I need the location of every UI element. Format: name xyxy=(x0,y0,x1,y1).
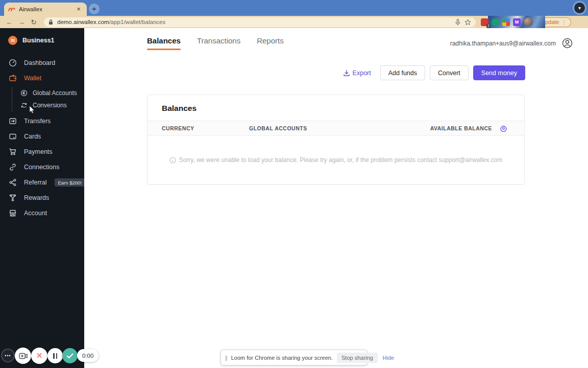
sidebar-item-conversions[interactable]: Conversions xyxy=(12,99,84,111)
business-switcher[interactable]: Business1 xyxy=(0,28,84,55)
screen-share-bar: || Loom for Chrome is sharing your scree… xyxy=(220,350,368,365)
tab-transactions[interactable]: Transactions xyxy=(197,36,240,50)
export-button[interactable]: Export xyxy=(344,70,371,77)
browser-tab-strip: Airwallex × + ▾ xyxy=(0,0,588,16)
recorder-timer: 0:00 xyxy=(77,349,99,362)
tab-reports[interactable]: Reports xyxy=(257,36,284,50)
conversions-icon xyxy=(20,102,28,109)
user-email: radhika.thampan+aus9@airwallex.com xyxy=(450,40,556,47)
column-global-accounts: GLOBAL ACCOUNTS xyxy=(249,125,430,131)
user-area: radhika.thampan+aus9@airwallex.com xyxy=(450,38,573,49)
transfers-icon xyxy=(9,117,17,125)
tab-balances[interactable]: Balances xyxy=(147,36,181,50)
address-bar[interactable]: demo.airwallex.com/app1/wallet/balances xyxy=(44,17,476,27)
gear-icon xyxy=(500,125,507,132)
column-available-balance: AVAILABLE BALANCE xyxy=(430,125,492,131)
microphone-icon[interactable] xyxy=(455,19,460,26)
business-avatar-icon xyxy=(8,36,17,45)
sidebar-item-rewards[interactable]: Rewards xyxy=(0,190,84,205)
sidebar-item-account[interactable]: Account xyxy=(0,205,84,221)
url-path: /app1/wallet/balances xyxy=(109,19,166,25)
account-icon xyxy=(9,209,17,217)
download-icon xyxy=(344,70,350,76)
sidebar-item-wallet[interactable]: Wallet xyxy=(0,71,84,86)
sidebar-item-payments[interactable]: Payments xyxy=(0,144,84,159)
new-tab-button[interactable]: + xyxy=(89,4,100,14)
browser-profile-avatar[interactable] xyxy=(524,17,533,27)
pause-icon xyxy=(53,353,55,359)
extension-red-icon[interactable]: 2 xyxy=(481,18,488,26)
balance-error-row: Sorry, we were unable to load your balan… xyxy=(169,156,503,164)
actions-row: Export Add funds Convert Send money xyxy=(84,50,588,80)
url-host: demo.airwallex.com xyxy=(57,19,109,25)
url-text: demo.airwallex.com/app1/wallet/balances xyxy=(57,19,451,25)
error-message: Sorry, we were unable to load your balan… xyxy=(179,156,503,164)
chrome-collapse-icon[interactable]: ▾ xyxy=(574,3,585,13)
sidebar-item-cards[interactable]: Cards xyxy=(0,129,84,144)
send-money-button[interactable]: Send money xyxy=(473,65,525,80)
recorder-camera-button[interactable] xyxy=(15,348,31,364)
recorder-finish-button[interactable] xyxy=(62,348,78,363)
referral-icon xyxy=(9,178,17,187)
sidebar-item-dashboard[interactable]: Dashboard xyxy=(0,55,84,71)
rewards-icon xyxy=(9,194,17,202)
share-message: Loom for Chrome is sharing your screen. xyxy=(231,355,333,361)
sidebar-item-connections[interactable]: Connections xyxy=(0,159,84,175)
forward-button[interactable]: → xyxy=(16,18,27,26)
sidebar-item-global-accounts[interactable]: Global Accounts xyxy=(12,87,84,99)
page-tabs: Balances Transactions Reports xyxy=(147,36,284,50)
extension-badge: 2 xyxy=(486,24,491,28)
extension-pinwheel-icon[interactable] xyxy=(502,18,510,26)
hide-link[interactable]: Hide xyxy=(383,355,395,361)
table-settings-button[interactable] xyxy=(500,125,507,132)
drag-handle-icon[interactable]: || xyxy=(225,355,227,361)
column-currency: CURRENCY xyxy=(162,125,249,131)
convert-button[interactable]: Convert xyxy=(430,65,469,80)
extension-m-icon[interactable]: M xyxy=(513,18,521,26)
table-body: Sorry, we were unable to load your balan… xyxy=(148,136,524,184)
connections-icon xyxy=(9,163,17,171)
bookmark-star-icon[interactable] xyxy=(464,19,471,26)
extension-green-icon[interactable] xyxy=(492,18,499,26)
browser-menu-icon[interactable]: ⋮ xyxy=(561,19,567,25)
stop-sharing-button[interactable]: Stop sharing xyxy=(337,353,378,363)
info-icon xyxy=(169,157,176,164)
cards-icon xyxy=(9,132,17,141)
browser-toolbar: ← → ↻ demo.airwallex.com/app1/wallet/bal… xyxy=(0,16,588,28)
main-content: Balances Transactions Reports radhika.th… xyxy=(84,28,588,368)
global-accounts-icon xyxy=(20,89,28,97)
tab-close-icon[interactable]: × xyxy=(75,5,83,13)
extensions-area: 2 M Update ⋮ xyxy=(481,16,584,28)
add-funds-button[interactable]: Add funds xyxy=(380,65,425,80)
business-name: Business1 xyxy=(22,37,55,44)
airwallex-favicon-icon xyxy=(8,7,15,12)
payments-icon xyxy=(9,148,17,156)
sidebar-item-transfers[interactable]: Transfers xyxy=(0,113,84,129)
tab-title: Airwallex xyxy=(19,6,71,12)
card-title: Balances xyxy=(148,95,524,121)
browser-tab[interactable]: Airwallex × xyxy=(4,3,87,16)
referral-badge: Earn $200! xyxy=(55,178,84,187)
check-icon xyxy=(66,353,74,359)
recorder-pause-button[interactable] xyxy=(47,348,63,363)
lock-icon xyxy=(48,19,53,25)
recorder-cancel-button[interactable]: ✕ xyxy=(31,348,47,364)
recorder-more-button[interactable]: ••• xyxy=(2,350,14,361)
page-header: Balances Transactions Reports radhika.th… xyxy=(84,28,588,50)
sidebar-item-referral[interactable]: Referral Earn $200! xyxy=(0,175,84,190)
reload-button[interactable]: ↻ xyxy=(29,18,39,26)
sidebar: Business1 Dashboard Wallet Global Accoun… xyxy=(0,28,84,368)
camera-flip-icon xyxy=(19,353,28,359)
balances-card: Balances CURRENCY GLOBAL ACCOUNTS AVAILA… xyxy=(147,95,525,185)
wallet-icon xyxy=(9,74,17,82)
wallet-submenu: Global Accounts Conversions xyxy=(12,87,84,111)
dashboard-icon xyxy=(9,59,17,67)
back-button[interactable]: ← xyxy=(4,18,14,26)
table-header-row: CURRENCY GLOBAL ACCOUNTS AVAILABLE BALAN… xyxy=(148,121,524,136)
profile-icon[interactable] xyxy=(562,38,573,49)
